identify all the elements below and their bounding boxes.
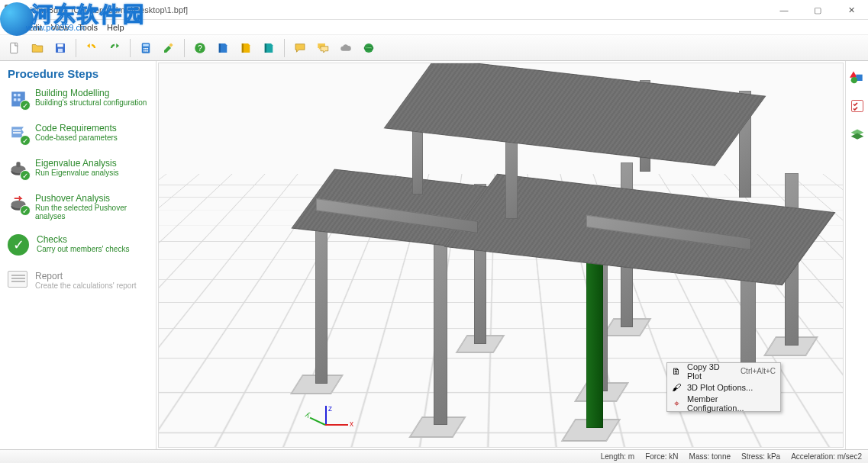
- status-mass: Mass: tonne: [689, 452, 731, 461]
- shapes-icon[interactable]: [849, 69, 866, 85]
- window-title: SeismoBuild [C:\Users\admin\Desktop\1.bp…: [20, 5, 188, 14]
- axis-x: [325, 424, 348, 426]
- ctx-3d-plot-options[interactable]: 🖌 3D Plot Options...: [667, 379, 780, 395]
- scroll-icon: ✓: [8, 123, 29, 144]
- step-desc: Create the calculations' report: [35, 281, 137, 290]
- step-building-modelling[interactable]: ✓ Building Modelling Building's structur…: [8, 88, 148, 109]
- push-icon: ✓: [8, 193, 29, 214]
- svg-point-8: [147, 47, 148, 49]
- svg-point-6: [144, 47, 145, 49]
- viewport-context-menu: 🗎 Copy 3D Plot Ctrl+Alt+C 🖌 3D Plot Opti…: [666, 362, 781, 412]
- svg-point-10: [145, 50, 147, 51]
- svg-point-7: [145, 47, 147, 49]
- svg-rect-22: [18, 94, 21, 97]
- svg-rect-23: [14, 98, 17, 101]
- menu-view[interactable]: View: [51, 23, 69, 32]
- step-title: Pushover Analysis: [35, 193, 148, 204]
- slab-roof[interactable]: [384, 63, 766, 166]
- step-report[interactable]: Report Create the calculations' report: [8, 271, 148, 292]
- svg-rect-26: [13, 132, 21, 133]
- titlebar: SeismoBuild [C:\Users\admin\Desktop\1.bp…: [0, 0, 868, 20]
- comment-button[interactable]: [290, 38, 310, 58]
- status-stress: Stress: kPa: [741, 452, 780, 461]
- svg-rect-16: [242, 43, 244, 53]
- svg-rect-17: [265, 43, 266, 53]
- svg-rect-29: [16, 162, 20, 167]
- status-length: Length: m: [601, 452, 634, 461]
- svg-rect-21: [14, 94, 17, 97]
- status-bar: Length: m Force: kN Mass: tonne Stress: …: [0, 449, 868, 463]
- book-yellow-button[interactable]: [236, 38, 256, 58]
- svg-rect-15: [219, 43, 221, 53]
- step-code-requirements[interactable]: ✓ Code Requirements Code-based parameter…: [8, 123, 148, 144]
- save-file-button[interactable]: [50, 38, 70, 58]
- status-force: Force: kN: [645, 452, 678, 461]
- menu-help[interactable]: Help: [107, 23, 124, 32]
- redo-button[interactable]: [105, 38, 124, 58]
- svg-point-18: [364, 43, 373, 53]
- svg-point-9: [144, 50, 145, 51]
- building-icon: ✓: [8, 88, 29, 109]
- undo-button[interactable]: [82, 38, 102, 58]
- svg-marker-37: [850, 133, 863, 140]
- svg-rect-25: [13, 130, 21, 131]
- step-title: Eigenvalue Analysis: [35, 158, 119, 169]
- svg-rect-2: [57, 43, 63, 47]
- app-icon: [5, 5, 15, 15]
- member-icon: ⌖: [670, 397, 682, 410]
- step-title: Checks: [37, 234, 129, 245]
- comments-layers-button[interactable]: [313, 38, 333, 58]
- copy-plot-icon: 🗎: [670, 365, 682, 378]
- axis-z: [325, 406, 327, 424]
- step-desc: Run the selected Pushover analyses: [35, 204, 148, 220]
- palette-icon: 🖌: [670, 381, 682, 394]
- paint-button[interactable]: [159, 38, 179, 58]
- main-toolbar: ?: [0, 35, 868, 61]
- open-file-button[interactable]: [27, 38, 47, 58]
- globe-button[interactable]: [359, 38, 379, 58]
- step-desc: Carry out members' checks: [37, 245, 129, 253]
- svg-rect-5: [143, 43, 149, 46]
- report-icon: [8, 271, 29, 292]
- check-icon: ✓: [8, 234, 31, 257]
- menu-edit[interactable]: Edit: [27, 23, 42, 32]
- status-accel: Acceleration: m/sec2: [791, 452, 862, 461]
- help-button[interactable]: ?: [190, 38, 210, 58]
- window-minimize-button[interactable]: —: [767, 0, 801, 20]
- svg-rect-12: [169, 43, 173, 47]
- cloud-button[interactable]: [336, 38, 356, 58]
- svg-point-34: [850, 77, 857, 83]
- step-title: Building Modelling: [35, 88, 147, 98]
- ctx-copy-3d-plot[interactable]: 🗎 Copy 3D Plot Ctrl+Alt+C: [667, 363, 780, 379]
- mass-icon: ✓: [8, 158, 29, 179]
- step-desc: Run Eigenvalue analysis: [35, 169, 119, 177]
- step-desc: Building's structural configuration: [35, 98, 147, 107]
- svg-rect-3: [58, 48, 63, 52]
- svg-point-11: [147, 50, 148, 51]
- menu-tools[interactable]: Tools: [78, 23, 98, 32]
- step-title: Report: [35, 271, 137, 281]
- calculator-button[interactable]: [136, 38, 156, 58]
- svg-rect-24: [18, 98, 21, 101]
- book-teal-button[interactable]: [259, 38, 279, 58]
- step-pushover-analysis[interactable]: ✓ Pushover Analysis Run the selected Pus…: [8, 193, 148, 220]
- step-desc: Code-based parameters: [35, 133, 118, 142]
- procedure-steps-panel: Procedure Steps ✓ Building Modelling Bui…: [0, 61, 156, 449]
- menu-bar: File Edit View Tools Help: [0, 20, 868, 35]
- menu-file[interactable]: File: [5, 23, 18, 32]
- checklist-icon[interactable]: [849, 98, 866, 114]
- book-blue-button[interactable]: [213, 38, 233, 58]
- ctx-member-configuration[interactable]: ⌖ Member Configuration...: [667, 395, 780, 411]
- window-maximize-button[interactable]: ▢: [801, 0, 834, 20]
- window-close-button[interactable]: ✕: [834, 0, 868, 20]
- right-toolbar: [845, 61, 868, 449]
- step-checks[interactable]: ✓ Checks Carry out members' checks: [8, 234, 148, 257]
- 3d-viewport[interactable]: 🗎 Copy 3D Plot Ctrl+Alt+C 🖌 3D Plot Opti…: [158, 63, 844, 448]
- new-file-button[interactable]: [5, 38, 24, 58]
- step-eigenvalue-analysis[interactable]: ✓ Eigenvalue Analysis Run Eigenvalue ana…: [8, 158, 148, 179]
- step-title: Code Requirements: [35, 123, 118, 133]
- layers-icon[interactable]: [849, 127, 866, 143]
- sidebar-heading: Procedure Steps: [8, 67, 148, 80]
- svg-rect-35: [851, 101, 863, 112]
- svg-text:?: ?: [198, 43, 202, 52]
